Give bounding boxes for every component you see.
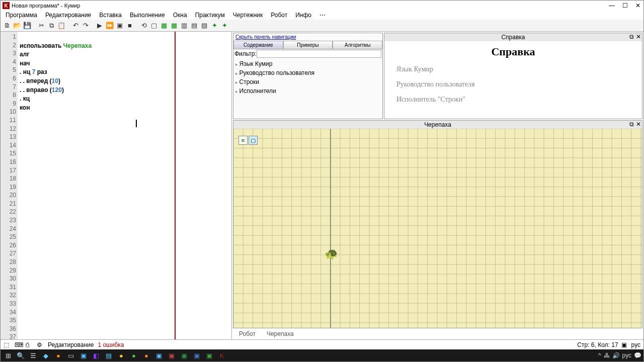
tree-item[interactable]: Язык Кумир — [235, 59, 380, 68]
task-item[interactable]: ● — [116, 350, 127, 360]
bug1-icon[interactable]: ✦ — [210, 21, 219, 30]
menu-item[interactable]: ⋯ — [316, 11, 329, 19]
menu-item[interactable]: Редактирование — [42, 11, 94, 19]
task-item[interactable]: ▣ — [153, 350, 165, 360]
tray-chevron-icon[interactable]: ^ — [598, 352, 601, 359]
detach-icon[interactable]: ⧉ — [629, 33, 634, 40]
app-icon: K — [3, 2, 10, 9]
turtle-tool-show[interactable]: ▢ — [249, 136, 258, 145]
code-line: алг — [20, 51, 29, 58]
open-icon[interactable]: 📂 — [13, 21, 22, 30]
tray-notifications-icon[interactable]: 💬 — [634, 352, 641, 359]
start-button[interactable]: ⊞ — [3, 350, 14, 360]
exec-tab-turtle[interactable]: Черепаха — [263, 330, 298, 338]
bug2-icon[interactable]: ✦ — [220, 21, 229, 30]
green2-icon[interactable]: ▦ — [170, 21, 179, 30]
task-item[interactable]: ▤ — [103, 350, 114, 360]
help-tree: Язык КумирРуководство пользователяСтроки… — [233, 58, 382, 97]
filter-label: Фильтр: — [234, 50, 257, 57]
menu-item[interactable]: Инфо — [292, 11, 314, 19]
placeholder-icon[interactable]: ▢ — [149, 21, 158, 30]
svg-rect-0 — [233, 129, 642, 328]
tab-contents[interactable]: Содержание — [233, 41, 283, 49]
tray-volume-icon[interactable]: 🔊 — [612, 352, 620, 359]
tree-item[interactable]: Строки — [235, 77, 380, 86]
code-line: нач — [20, 60, 30, 67]
help-tabs: Содержание Примеры Алгоритмы — [233, 41, 382, 49]
code-editor[interactable]: 1234567891011121314151617181920212223242… — [1, 32, 232, 339]
paste-icon[interactable]: 📋 — [57, 21, 66, 30]
save-icon[interactable]: 💾 — [23, 21, 32, 30]
help-heading: Справка — [396, 45, 630, 58]
status-icon: ⌨ — [15, 341, 22, 348]
reload-icon[interactable]: ⟲ — [139, 21, 148, 30]
close-icon[interactable]: ✕ — [636, 121, 641, 128]
os-taskbar: ⊞ 🔍 ☰ ◆ ● ▭ ▣ ◧ ▤ ● ● ● ▣ ▣ ▣ ▣ ▣ K ^ 🖧 … — [1, 349, 643, 361]
task-item[interactable]: ● — [128, 350, 139, 360]
tray-network-icon[interactable]: 🖧 — [604, 352, 610, 359]
green1-icon[interactable]: ▦ — [159, 21, 169, 30]
task-item[interactable]: ● — [141, 350, 152, 360]
tab-examples[interactable]: Примеры — [283, 41, 333, 49]
help-link[interactable]: Руководство пользователя — [396, 80, 630, 88]
menu-item[interactable]: Вставка — [96, 11, 125, 19]
menu-item[interactable]: Окна — [170, 11, 190, 19]
task-item[interactable]: ▣ — [191, 350, 202, 360]
task-item[interactable]: K — [216, 350, 227, 360]
search-icon[interactable]: 🔍 — [15, 350, 26, 360]
menu-item[interactable]: Робот — [268, 11, 290, 19]
menu-item[interactable]: Практикум — [192, 11, 228, 19]
code-area[interactable]: использовать Черепаха алг нач . нц 7 раз… — [18, 32, 231, 339]
code-line: использовать — [20, 42, 63, 49]
panel3-icon[interactable]: ▧ — [200, 21, 209, 30]
step-icon[interactable]: ▣ — [115, 21, 124, 30]
toolbar: 🗎📂💾✂⧉📋↶↷▶⏩▣■⟲▢▦▦▥▤▧✦✦ — [1, 20, 643, 32]
panel2-icon[interactable]: ▤ — [190, 21, 199, 30]
exec-tab-robot[interactable]: Робот — [235, 330, 260, 338]
redo-icon[interactable]: ↷ — [81, 21, 90, 30]
undo-icon[interactable]: ↶ — [71, 21, 80, 30]
detach-icon[interactable]: ⧉ — [629, 121, 634, 128]
task-item[interactable]: ▣ — [78, 350, 89, 360]
status-icon: ⎙ — [26, 341, 33, 348]
grid — [233, 129, 642, 328]
task-item[interactable]: ● — [53, 350, 64, 360]
menubar: ПрограммаРедактированиеВставкаВыполнение… — [1, 11, 643, 20]
turtle-tool-menu[interactable]: ≡ — [238, 136, 248, 145]
close-button[interactable]: ✕ — [634, 2, 641, 9]
menu-item[interactable]: Программа — [3, 11, 40, 19]
task-item[interactable]: ◆ — [40, 350, 51, 360]
taskview-icon[interactable]: ☰ — [28, 350, 39, 360]
run-icon[interactable]: ▶ — [95, 21, 104, 30]
tab-algorithms[interactable]: Алгоритмы — [333, 41, 382, 49]
task-item[interactable]: ▭ — [65, 350, 76, 360]
code-line: кон — [20, 104, 30, 111]
status-mode: Редактирование — [48, 341, 94, 348]
task-item[interactable]: ▣ — [179, 350, 190, 360]
new-icon[interactable]: 🗎 — [3, 21, 12, 30]
help-link[interactable]: Язык Кумир — [396, 65, 630, 73]
close-icon[interactable]: ✕ — [636, 33, 641, 40]
tree-item[interactable]: Руководство пользователя — [235, 68, 380, 77]
menu-item[interactable]: Выполнение — [127, 11, 168, 19]
run-fast-icon[interactable]: ⏩ — [105, 21, 114, 30]
status-icon: ⚙ — [37, 341, 44, 348]
turtle-stage[interactable]: ≡ ▢ 🐢 — [233, 129, 642, 328]
tree-item[interactable]: Исполнители — [235, 86, 380, 96]
filter-input[interactable] — [257, 50, 381, 58]
task-item[interactable]: ◧ — [91, 350, 102, 360]
task-item[interactable]: ▣ — [204, 350, 215, 360]
cut-icon[interactable]: ✂ — [37, 21, 46, 30]
help-content-panel: Справка ⧉ ✕ Справка Язык Кумир Руководст… — [384, 33, 642, 119]
minimize-button[interactable]: — — [608, 2, 615, 9]
maximize-button[interactable]: ☐ — [621, 2, 628, 9]
help-link[interactable]: Исполнитель "Строки" — [396, 96, 630, 104]
code-line: . нц — [20, 68, 32, 75]
hide-nav-link[interactable]: Скрыть панель навигации — [233, 33, 382, 41]
panel1-icon[interactable]: ▥ — [180, 21, 189, 30]
tray-lang[interactable]: рус — [622, 352, 631, 359]
copy-icon[interactable]: ⧉ — [47, 21, 56, 30]
menu-item[interactable]: Чертежник — [230, 11, 266, 19]
stop-icon[interactable]: ■ — [125, 21, 134, 30]
task-item[interactable]: ▣ — [166, 350, 177, 360]
